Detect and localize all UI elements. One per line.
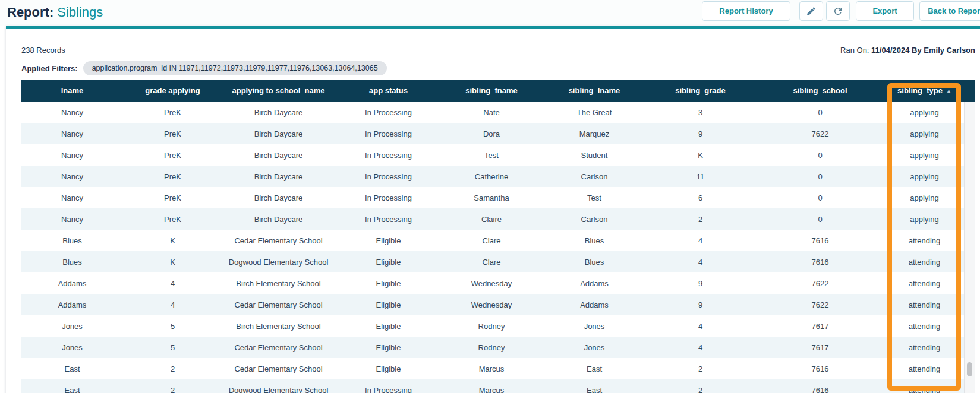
table-row: BluesKCedar Elementary SchoolEligibleCla… [21, 230, 975, 251]
refresh-icon [833, 6, 843, 17]
table-cell: Addams [21, 294, 123, 315]
ran-on-value: 11/04/2024 By Emily Carlson [871, 46, 975, 55]
column-header-spacer [962, 80, 975, 102]
table-cell: attending [887, 337, 962, 358]
table-cell: Nancy [21, 123, 123, 144]
sort-ascending-icon: ▲ [946, 88, 951, 94]
column-header-sibling-lname[interactable]: sibling_lname [541, 80, 648, 102]
applied-filters-label: Applied Filters: [21, 64, 78, 73]
table-cell: PreK [123, 208, 222, 230]
page-title-prefix: Report: [7, 5, 53, 20]
table-cell: 4 [123, 294, 222, 315]
table-cell: East [541, 379, 648, 393]
table-cell: Clare [442, 230, 541, 251]
table-cell: Jones [21, 315, 123, 337]
table-cell: attending [887, 272, 962, 294]
table-cell: Nancy [21, 208, 123, 230]
table-cell: Nancy [21, 102, 123, 123]
table-cell: Birch Daycare [222, 208, 335, 230]
table-cell: 7617 [753, 337, 887, 358]
table-cell: 11 [648, 166, 753, 187]
table-cell: Eligible [335, 272, 442, 294]
table-row: NancyPreKBirch DaycareIn ProcessingCathe… [21, 166, 975, 187]
column-header-lname[interactable]: lname [21, 80, 123, 102]
table-header-row: lnamegrade applyingapplying to school_na… [21, 80, 975, 102]
back-to-reports-button-label: Back to Reports [928, 7, 980, 15]
table-cell: In Processing [335, 379, 442, 393]
column-header-app-status[interactable]: app status [335, 80, 442, 102]
export-button[interactable]: Export [856, 1, 914, 21]
table-cell: Birch Elementary School [222, 315, 335, 337]
table-row: East2Cedar Elementary SchoolEligibleMarc… [21, 358, 975, 379]
column-header-sibling-fname[interactable]: sibling_fname [442, 80, 541, 102]
table-cell: K [648, 144, 753, 166]
table-cell: Birch Daycare [222, 144, 335, 166]
table-cell: attending [887, 251, 962, 272]
table-cell: East [541, 358, 648, 379]
table-cell: 4 [648, 315, 753, 337]
table-cell: Cedar Elementary School [222, 337, 335, 358]
column-header-sibling-school[interactable]: sibling_school [753, 80, 887, 102]
column-header-sibling-grade[interactable]: sibling_grade [648, 80, 753, 102]
table-cell: Samantha [442, 187, 541, 208]
page-title: Report:Siblings [7, 4, 103, 21]
table-cell: 9 [648, 123, 753, 144]
table-cell: PreK [123, 166, 222, 187]
column-header-sibling-type[interactable]: sibling_type▲ [887, 80, 962, 102]
table-row: NancyPreKBirch DaycareIn ProcessingDoraM… [21, 123, 975, 144]
refresh-button[interactable] [826, 1, 850, 21]
table-cell: Dogwood Elementary School [222, 251, 335, 272]
topbar: Report:Siblings Report History Export Ba… [0, 0, 980, 26]
table-cell: 2 [648, 358, 753, 379]
table-cell: Carlson [541, 208, 648, 230]
table-cell: 7616 [753, 230, 887, 251]
table-cell: Nancy [21, 166, 123, 187]
vertical-scrollbar[interactable] [964, 102, 975, 393]
back-to-reports-button[interactable]: Back to Reports [919, 1, 980, 21]
column-header-label: sibling_type [897, 86, 943, 95]
table-cell: Nancy [21, 187, 123, 208]
table-cell: applying [887, 123, 962, 144]
table-row: BluesKDogwood Elementary SchoolEligibleC… [21, 251, 975, 272]
table-row: East2Dogwood Elementary SchoolIn Process… [21, 379, 975, 393]
table-cell: Catherine [442, 166, 541, 187]
table-cell: Eligible [335, 230, 442, 251]
table-cell: applying [887, 102, 962, 123]
filter-pill: application.program_id IN 11971,11972,11… [83, 61, 387, 75]
table-cell: 7616 [753, 251, 887, 272]
column-header-applying-to-school-name[interactable]: applying to school_name [222, 80, 335, 102]
table-row: Addams4Birch Elementary SchoolEligibleWe… [21, 272, 975, 294]
table-cell: 0 [753, 102, 887, 123]
ran-on-text: Ran On: 11/04/2024 By Emily Carlson [840, 46, 975, 55]
table-cell: 0 [753, 166, 887, 187]
table-cell: Nancy [21, 144, 123, 166]
table-cell: 5 [123, 337, 222, 358]
table-cell: Birch Daycare [222, 123, 335, 144]
table-cell: 0 [753, 187, 887, 208]
edit-report-button[interactable] [799, 1, 823, 21]
records-count: 238 Records [21, 46, 65, 55]
table-row: NancyPreKBirch DaycareIn ProcessingNateT… [21, 102, 975, 123]
table-cell: 0 [753, 144, 887, 166]
column-header-label: sibling_school [793, 86, 847, 95]
table-cell: Eligible [335, 251, 442, 272]
table-cell: attending [887, 230, 962, 251]
table-cell: PreK [123, 144, 222, 166]
table-cell: Carlson [541, 166, 648, 187]
table-cell: Cedar Elementary School [222, 358, 335, 379]
filters-row: Applied Filters: application.program_id … [21, 61, 387, 75]
table-cell: Birch Daycare [222, 166, 335, 187]
table-cell: applying [887, 187, 962, 208]
scrollbar-thumb[interactable] [967, 362, 972, 376]
table-cell: applying [887, 166, 962, 187]
table-cell: 7616 [753, 358, 887, 379]
column-header-grade-applying[interactable]: grade applying [123, 80, 222, 102]
table-cell: 2 [123, 379, 222, 393]
table-row: Addams4Cedar Elementary SchoolEligibleWe… [21, 294, 975, 315]
table-cell: K [123, 230, 222, 251]
column-header-label: sibling_grade [675, 86, 726, 95]
table-cell: Birch Daycare [222, 102, 335, 123]
report-history-button[interactable]: Report History [702, 1, 790, 21]
table-cell: Eligible [335, 315, 442, 337]
table-cell: 4 [648, 251, 753, 272]
